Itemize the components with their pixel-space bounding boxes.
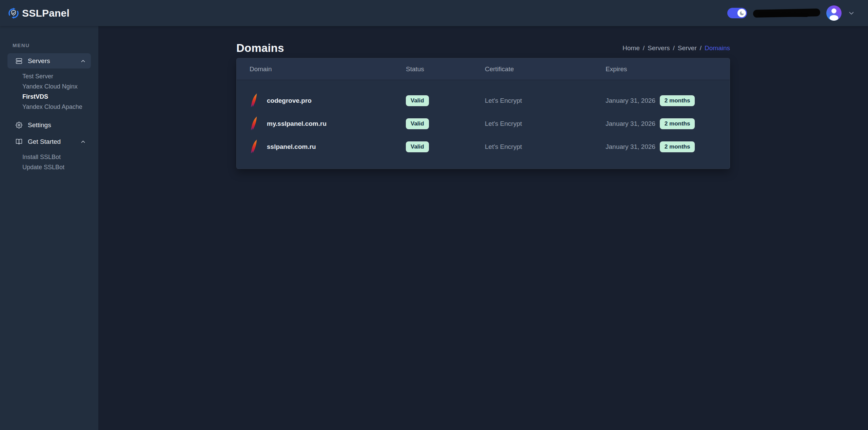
domain-name: codegrove.pro bbox=[267, 97, 312, 104]
chevron-down-icon bbox=[848, 9, 855, 17]
sslpanel-logo-icon bbox=[7, 7, 20, 19]
sidebar-item-yandex-cloud-nginx[interactable]: Yandex Cloud Nginx bbox=[7, 81, 91, 92]
table-row[interactable]: my.sslpanel.com.ru Valid Let's Encrypt J… bbox=[237, 112, 730, 135]
servers-sub-list: Test Server Yandex Cloud Nginx FirstVDS … bbox=[7, 71, 91, 112]
breadcrumb-server[interactable]: Server bbox=[678, 44, 697, 52]
status-badge: Valid bbox=[406, 95, 429, 106]
apache-feather-icon bbox=[250, 139, 258, 155]
apache-feather-icon bbox=[250, 116, 258, 132]
user-email-redacted bbox=[753, 8, 820, 18]
sidebar-item-servers[interactable]: Servers bbox=[7, 53, 91, 69]
table-row[interactable]: sslpanel.com.ru Valid Let's Encrypt Janu… bbox=[237, 135, 730, 158]
table-header: Domain Status Certificate Expires bbox=[237, 58, 730, 80]
expires-in-badge: 2 months bbox=[660, 141, 695, 152]
column-header-expires: Expires bbox=[606, 65, 730, 73]
breadcrumb-domains: Domains bbox=[705, 44, 730, 52]
status-badge: Valid bbox=[406, 141, 429, 152]
column-header-status: Status bbox=[406, 65, 485, 73]
status-badge: Valid bbox=[406, 118, 429, 129]
chevron-up-icon bbox=[80, 58, 86, 64]
gear-icon bbox=[16, 122, 22, 129]
sidebar-item-firstvds[interactable]: FirstVDS bbox=[7, 92, 91, 102]
expiry-date: January 31, 2026 bbox=[606, 120, 655, 128]
certificate-issuer: Let's Encrypt bbox=[485, 143, 606, 151]
sidebar: MENU Servers Test Server Yandex Cloud Ng… bbox=[0, 26, 98, 430]
user-menu-chevron[interactable] bbox=[848, 9, 855, 17]
book-open-icon bbox=[16, 138, 22, 145]
breadcrumb-separator: / bbox=[643, 44, 645, 52]
main-content: Domains Home / Servers / Server / Domain… bbox=[98, 26, 868, 430]
theme-toggle[interactable] bbox=[727, 8, 747, 18]
breadcrumb-separator: / bbox=[700, 44, 702, 52]
server-icon bbox=[16, 58, 22, 64]
brand-name: SSLPanel bbox=[22, 7, 70, 19]
domains-table-card: Domain Status Certificate Expires codegr… bbox=[236, 58, 730, 169]
sidebar-item-label: Servers bbox=[28, 57, 80, 65]
expiry-date: January 31, 2026 bbox=[606, 97, 655, 104]
user-avatar[interactable] bbox=[826, 5, 842, 21]
app-logo[interactable]: SSLPanel bbox=[7, 7, 70, 19]
domain-name: sslpanel.com.ru bbox=[267, 143, 316, 151]
sidebar-item-install-sslbot[interactable]: Install SSLBot bbox=[7, 152, 91, 162]
expires-in-badge: 2 months bbox=[660, 118, 695, 129]
top-bar: SSLPanel bbox=[0, 0, 868, 26]
sidebar-item-get-started[interactable]: Get Started bbox=[7, 134, 91, 149]
domain-name: my.sslpanel.com.ru bbox=[267, 120, 327, 128]
sidebar-item-update-sslbot[interactable]: Update SSLBot bbox=[7, 162, 91, 172]
sidebar-item-label: Settings bbox=[28, 121, 86, 129]
chevron-up-icon bbox=[80, 139, 86, 145]
sidebar-item-label: Get Started bbox=[28, 138, 80, 145]
apache-feather-icon bbox=[250, 93, 258, 109]
column-header-certificate: Certificate bbox=[485, 65, 606, 73]
sidebar-section-label: MENU bbox=[13, 42, 91, 48]
certificate-issuer: Let's Encrypt bbox=[485, 120, 606, 128]
expires-in-badge: 2 months bbox=[660, 95, 695, 106]
table-row[interactable]: codegrove.pro Valid Let's Encrypt Januar… bbox=[237, 89, 730, 112]
page-title: Domains bbox=[236, 42, 284, 55]
sidebar-item-test-server[interactable]: Test Server bbox=[7, 71, 91, 81]
moon-icon bbox=[739, 11, 745, 16]
sidebar-item-settings[interactable]: Settings bbox=[7, 117, 91, 133]
breadcrumb-home[interactable]: Home bbox=[623, 44, 640, 52]
sidebar-item-yandex-cloud-apache[interactable]: Yandex Cloud Apache bbox=[7, 102, 91, 112]
certificate-issuer: Let's Encrypt bbox=[485, 97, 606, 104]
expiry-date: January 31, 2026 bbox=[606, 143, 655, 151]
breadcrumb-servers[interactable]: Servers bbox=[648, 44, 670, 52]
column-header-domain: Domain bbox=[237, 65, 406, 73]
get-started-sub-list: Install SSLBot Update SSLBot bbox=[7, 152, 91, 172]
breadcrumb: Home / Servers / Server / Domains bbox=[623, 44, 730, 52]
person-icon bbox=[826, 5, 842, 21]
theme-toggle-knob bbox=[737, 9, 746, 17]
table-body: codegrove.pro Valid Let's Encrypt Januar… bbox=[237, 80, 730, 169]
breadcrumb-separator: / bbox=[673, 44, 674, 52]
